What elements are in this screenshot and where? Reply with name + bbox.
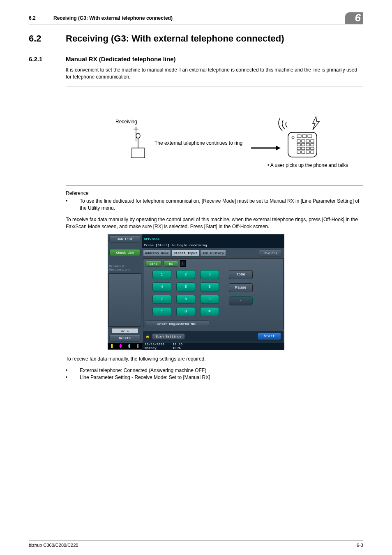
list-item: To use the line dedicated for telephone … xyxy=(80,198,363,212)
svg-rect-10 xyxy=(302,140,305,142)
keypad-7[interactable]: 7 xyxy=(152,295,171,304)
hyphen-button[interactable]: - xyxy=(229,296,253,305)
svg-rect-22 xyxy=(302,151,305,153)
svg-rect-16 xyxy=(311,143,314,146)
status-date: 10/15/2009 xyxy=(145,342,164,346)
tone-button[interactable]: Tone xyxy=(229,270,253,279)
list-item: Line Parameter Setting - Receive Mode: S… xyxy=(80,374,363,381)
required-list: External telephone: Connected (Answering… xyxy=(66,367,363,382)
start-button[interactable]: Start xyxy=(258,333,281,340)
ymck-indicator: Y M C K xyxy=(108,343,142,349)
ring-waves-icon xyxy=(279,118,287,131)
svg-rect-13 xyxy=(297,143,300,146)
svg-rect-19 xyxy=(306,147,309,150)
job-list-button[interactable]: Job List xyxy=(109,236,141,243)
required-intro: To receive fax data manually, the follow… xyxy=(66,356,363,363)
user-note: • A user picks up the phone and talks xyxy=(267,162,348,168)
svg-rect-11 xyxy=(306,140,309,142)
h2-number: 6.2 xyxy=(29,33,66,44)
off-hook-title: Off-Hook xyxy=(144,237,159,241)
rx-button[interactable]: RX xyxy=(164,261,178,267)
footer-model: bizhub C360/C280/C220 xyxy=(29,543,78,548)
pause-button[interactable]: Pause xyxy=(229,283,253,292)
section-heading-h3: 6.2.1 Manual RX (Dedicated telephone lin… xyxy=(29,56,363,62)
keypad-star[interactable]: * xyxy=(152,307,171,316)
reference-heading: Reference xyxy=(66,190,363,196)
page-footer: bizhub C360/C280/C220 6-3 xyxy=(29,541,363,548)
fax-machine-icon xyxy=(288,132,317,157)
keypad-1[interactable]: 1 xyxy=(152,270,171,279)
status-memory-label: Memory xyxy=(145,346,157,350)
chapter-badge: 6 xyxy=(345,12,363,24)
manual-rx-paragraph: To receive fax data manually by operatin… xyxy=(66,216,363,231)
control-panel-screenshot: Job List Off-Hook Press [Start] to begin… xyxy=(108,234,284,350)
keypad-3[interactable]: 3 xyxy=(200,270,219,279)
svg-rect-14 xyxy=(302,143,305,146)
lock-icon: 🔒 xyxy=(145,335,150,338)
svg-rect-12 xyxy=(311,140,314,142)
header-section-number: 6.2 xyxy=(29,15,53,21)
keypad-6[interactable]: 6 xyxy=(200,282,219,291)
status-time: 12:16 xyxy=(173,342,182,346)
enter-registered-no-button[interactable]: Enter Registered No. xyxy=(145,320,209,327)
keypad-0[interactable]: 0 xyxy=(176,307,195,316)
lightning-icon xyxy=(313,117,319,130)
h3-title: Manual RX (Dedicated telephone line) xyxy=(66,56,176,62)
h3-number: 6.2.1 xyxy=(29,56,66,62)
send-button[interactable]: Send xyxy=(145,261,162,267)
scan-settings-button[interactable]: Scan Settings xyxy=(152,333,185,340)
keypad-hash[interactable]: # xyxy=(200,307,219,316)
svg-point-5 xyxy=(292,136,294,139)
svg-rect-23 xyxy=(306,151,309,153)
keypad: 1 2 3 4 5 6 7 8 9 * 0 # xyxy=(152,270,218,316)
status-memory-pct: 100% xyxy=(173,346,180,350)
on-hook-button[interactable]: On-Hook xyxy=(259,250,282,257)
svg-rect-6 xyxy=(297,135,301,137)
pager: 1/ 1 xyxy=(112,328,138,333)
svg-rect-15 xyxy=(306,143,309,146)
svg-rect-8 xyxy=(308,135,312,137)
page-header: 6.2 Receiving (G3: With external telepho… xyxy=(29,12,363,25)
svg-rect-24 xyxy=(311,151,314,153)
svg-rect-17 xyxy=(297,147,300,150)
svg-point-0 xyxy=(136,133,140,138)
diagram-frame: Receiving The external telephone continu… xyxy=(66,86,363,185)
instruction-text: Press [Start] to begin receiving. xyxy=(144,243,283,247)
header-section-title: Receiving (G3: With external telephone c… xyxy=(53,15,345,21)
footer-page: 6-3 xyxy=(357,543,363,548)
receiving-label: Receiving xyxy=(115,119,137,125)
tab-direct-input[interactable]: Direct Input xyxy=(172,250,200,257)
ring-text: The external telephone continues to ring xyxy=(154,140,242,146)
check-job-button[interactable]: Check Job xyxy=(109,249,141,256)
reference-list: To use the line dedicated for telephone … xyxy=(66,198,363,212)
svg-rect-21 xyxy=(297,151,300,153)
keypad-9[interactable]: 9 xyxy=(200,295,219,304)
keypad-2[interactable]: 2 xyxy=(176,270,195,279)
list-item: External telephone: Connected (Answering… xyxy=(80,367,363,374)
broadcast-label: Broadcast Destinations xyxy=(108,264,142,272)
h2-title: Receiving (G3: With external telephone c… xyxy=(66,33,284,44)
svg-rect-9 xyxy=(297,140,300,142)
keypad-4[interactable]: 4 xyxy=(152,282,171,291)
svg-rect-7 xyxy=(302,135,307,137)
keypad-8[interactable]: 8 xyxy=(176,295,195,304)
keypad-5[interactable]: 5 xyxy=(176,282,195,291)
svg-rect-18 xyxy=(302,147,305,150)
telephone-icon xyxy=(131,133,145,158)
section-heading-h2: 6.2 Receiving (G3: With external telepho… xyxy=(29,33,363,44)
intro-paragraph: It is convenient to set the machine to m… xyxy=(66,67,363,81)
tab-address-book[interactable]: Address Book xyxy=(143,250,171,257)
tab-job-history[interactable]: Job History xyxy=(200,250,226,257)
svg-rect-20 xyxy=(311,147,314,150)
delete-button[interactable]: Delete xyxy=(109,335,141,342)
svg-marker-3 xyxy=(276,146,281,150)
